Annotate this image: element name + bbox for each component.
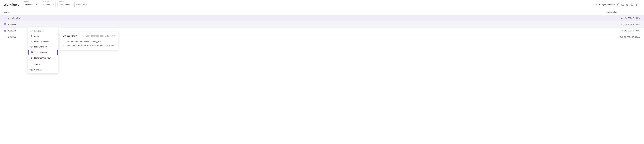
- preview-steps: 1 Load data from the datasets Credit_Ris…: [62, 39, 116, 48]
- table-row[interactable]: autosave May 14 2024 2:13 PM: [0, 21, 644, 28]
- last-active-select[interactable]: All Dates: [40, 2, 56, 7]
- row-3-name: autosave: [8, 29, 606, 32]
- owner-label: Owner: [24, 1, 29, 2]
- step-2-num: 2: [62, 44, 64, 47]
- svg-rect-18: [31, 69, 32, 70]
- svg-line-1: [631, 4, 632, 5]
- context-menu-item-edit-workflow[interactable]: Edit Workflow: [28, 50, 58, 55]
- row-3-last-active: May 2 2024 4:59 PM: [606, 30, 640, 32]
- svg-line-16: [31, 65, 32, 65]
- workflow-icon-4: [4, 36, 6, 38]
- step-2-text: Compute the maximum loan_amnt for each l…: [66, 44, 114, 47]
- rename-workflow-label: Rename Workflow: [34, 57, 50, 59]
- context-menu-item-load-object[interactable]: Load Object: [28, 28, 58, 34]
- context-menu-item-save-as[interactable]: Save As: [28, 67, 58, 72]
- visibility-select[interactable]: Hide Hidden: [57, 2, 74, 7]
- close-icon: ×: [596, 3, 597, 6]
- table-area: Name Last Active ↓ My_Workflow May 14 2: [0, 9, 644, 144]
- move-menu-icon: [30, 35, 33, 37]
- svg-rect-29: [4, 37, 5, 38]
- refresh-text: Last Refreshed: Today at 2:14 PM: [86, 35, 114, 37]
- svg-rect-22: [5, 25, 6, 25]
- selection-close-button[interactable]: ×: [596, 3, 597, 6]
- save-as-label: Save As: [34, 68, 42, 71]
- preview-card-header: My_Workflow Last Refreshed: Today at 2:1…: [62, 35, 116, 37]
- svg-rect-30: [5, 37, 6, 38]
- selection-text: 1 Object Selected: [599, 4, 615, 6]
- last-active-filter-wrapper: Last Active All Dates ▾: [40, 2, 56, 7]
- context-menu-item-move[interactable]: Move: [28, 34, 58, 39]
- row-4-last-active: Feb 29 2024 10:06 AM: [606, 36, 640, 38]
- table-header: Name Last Active ↓: [0, 9, 644, 15]
- svg-point-15: [32, 65, 32, 65]
- delete-button[interactable]: [626, 3, 629, 6]
- workflow-icon-1: [4, 17, 6, 19]
- svg-point-4: [636, 5, 636, 6]
- context-menu-item-share[interactable]: Share: [28, 62, 58, 67]
- svg-rect-5: [4, 17, 5, 18]
- context-menu-item-delete-workflow[interactable]: Delete Workflow: [28, 39, 58, 44]
- step-1-text: Load data from the datasets Credit_Risk: [66, 40, 102, 43]
- context-menu: Load Object Move: [28, 27, 58, 74]
- svg-rect-26: [5, 31, 6, 32]
- share-menu-icon: [30, 63, 33, 66]
- page-title: Workflows: [4, 3, 19, 7]
- clear-filters-button[interactable]: Clear Filters: [76, 3, 87, 7]
- workflow-icon-3: [4, 29, 6, 32]
- svg-point-13: [32, 63, 32, 64]
- visibility-label: Visibility: [58, 1, 65, 2]
- block-button[interactable]: [630, 3, 634, 6]
- block-icon: [631, 4, 633, 6]
- toolbar: Workflows Owner All Users ▾ Last Active …: [0, 0, 644, 9]
- svg-rect-28: [5, 36, 6, 37]
- col-last-active-header: Last Active ↓: [606, 11, 640, 13]
- context-menu-item-hide-workflow[interactable]: Hide Workflow: [28, 44, 58, 49]
- link-menu-icon: [30, 30, 33, 32]
- selection-actions: [616, 3, 638, 6]
- share-label: Share: [34, 63, 40, 66]
- folder-icon: [622, 4, 624, 6]
- preview-card: My_Workflow Last Refreshed: Today at 2:1…: [60, 32, 118, 50]
- refresh-icon[interactable]: ↻: [114, 35, 116, 37]
- svg-rect-7: [4, 18, 5, 19]
- link-button[interactable]: [616, 3, 620, 6]
- visibility-filter-wrapper: Visibility Hide Hidden ▾: [57, 2, 74, 7]
- svg-point-14: [31, 64, 31, 65]
- selection-bar: × 1 Object Selected: [593, 2, 640, 7]
- workflow-icon-2: [4, 23, 6, 26]
- trash-icon: [626, 4, 628, 6]
- svg-rect-21: [4, 25, 5, 25]
- copy-menu-icon: [30, 68, 33, 71]
- move-to-folder-button[interactable]: [621, 3, 624, 6]
- owner-select[interactable]: All Users: [23, 2, 38, 7]
- svg-rect-24: [5, 30, 6, 31]
- row-2-last-active: May 14 2024 2:13 PM: [606, 23, 640, 26]
- row-2-name: autosave: [8, 23, 606, 26]
- svg-rect-27: [4, 36, 5, 37]
- more-options-button[interactable]: [635, 3, 638, 6]
- sort-icon: ↓: [618, 11, 619, 13]
- svg-rect-19: [4, 23, 5, 24]
- move-label: Move: [34, 35, 39, 37]
- context-menu-item-rename-workflow[interactable]: Rename Workflow: [28, 55, 58, 60]
- step-1-num: 1: [62, 40, 64, 43]
- svg-point-2: [636, 4, 636, 4]
- delete-workflow-label: Delete Workflow: [34, 40, 49, 43]
- trash-menu-icon: [30, 40, 33, 43]
- svg-rect-8: [5, 18, 6, 19]
- svg-rect-6: [5, 17, 6, 18]
- edit-menu-icon: [30, 51, 33, 53]
- col-name-header: Name: [4, 11, 606, 13]
- preview-card-title: My_Workflow: [62, 35, 77, 37]
- preview-step-1: 1 Load data from the datasets Credit_Ris…: [62, 39, 116, 43]
- link-icon: [617, 4, 619, 6]
- row-1-name: My_Workflow: [8, 17, 606, 19]
- last-active-label: Last Active: [41, 1, 49, 2]
- svg-rect-23: [4, 30, 5, 31]
- row-1-last-active: May 14 2024 2:14 PM: [606, 17, 640, 19]
- load-object-label: Load Object: [34, 30, 45, 32]
- row-1-container: My_Workflow May 14 2024 2:14 PM Load Obj…: [0, 15, 644, 21]
- svg-line-10: [31, 46, 32, 47]
- edit-workflow-label: Edit Workflow: [34, 51, 47, 53]
- table-row[interactable]: My_Workflow May 14 2024 2:14 PM: [0, 15, 644, 21]
